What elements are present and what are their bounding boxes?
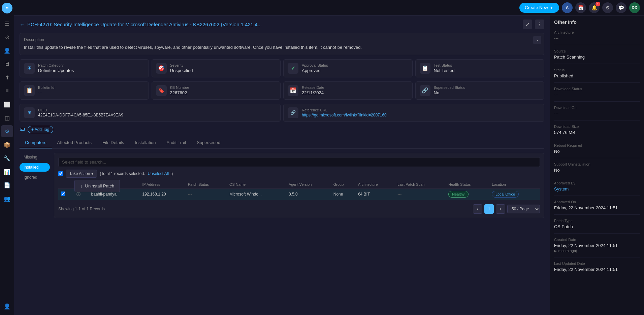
row-checkbox[interactable]	[61, 191, 65, 196]
right-approved-on: Approved On Friday, 22 November 2024 11:…	[554, 200, 640, 215]
sidebar: M ☰ ⊙ 👤 🖥 ⬆ ≡ ⬜ ◫ ⚙ 📦 🔧 📊 📄 👥 👤	[0, 0, 14, 315]
sidebar-layers-icon[interactable]: ◫	[1, 112, 13, 124]
next-page-button[interactable]: ›	[496, 204, 505, 214]
col-scan: Last Patch Scan	[395, 180, 446, 189]
col-arch: Architecture	[355, 180, 395, 189]
kb-number-icon: 🔖	[156, 85, 167, 96]
support-icon[interactable]: 💬	[616, 2, 626, 13]
back-arrow-icon[interactable]: ←	[20, 22, 25, 27]
tab-installation[interactable]: Installation	[129, 137, 161, 148]
select-all-checkbox[interactable]	[58, 171, 63, 176]
col-group: Group	[331, 180, 355, 189]
gear-icon[interactable]: ⚙	[602, 2, 613, 13]
severity-label: Severity	[170, 63, 193, 67]
calendar-icon[interactable]: 📅	[575, 2, 586, 13]
tag-icon: 🏷	[20, 127, 25, 133]
tabs-content: Missing Installed Ignored	[20, 153, 544, 218]
uuid-label: UUID	[38, 108, 123, 112]
row-scan: ---	[395, 188, 446, 200]
approval-status-card: ✔ Approval Status Approved	[283, 59, 413, 77]
tab-affected-products[interactable]: Affected Products	[52, 137, 97, 148]
sidebar-profile-icon[interactable]: 👤	[1, 300, 13, 312]
row-ip: 192.168.1.20	[140, 188, 185, 200]
sub-tab-missing[interactable]: Missing	[20, 153, 50, 162]
create-new-button[interactable]: Create New ＋	[519, 3, 559, 13]
uuid-value: 42E4E1DA-DDF7-4CA5-85E1-8B5B7E4A9EA9	[38, 113, 123, 117]
tab-file-details[interactable]: File Details	[97, 137, 129, 148]
col-os: OS Name	[227, 180, 286, 189]
action-bar-wrapper: Take Action ▾ ↓ Uninstall Patch	[58, 170, 540, 178]
bulletin-label: Bulletin Id	[38, 85, 54, 90]
unselect-all-link[interactable]: Unselect All	[148, 171, 169, 176]
download-on-value: ---	[554, 111, 640, 116]
avatar-a[interactable]: A	[562, 2, 573, 13]
release-date-card: 📅 Release Date 22/11/2024	[283, 81, 413, 100]
sidebar-doc-icon[interactable]: 📄	[1, 179, 13, 191]
approval-status-icon: ✔	[288, 63, 298, 74]
sidebar-home-icon[interactable]: ⊙	[1, 31, 13, 43]
selection-close: )	[171, 171, 173, 176]
table-section: Take Action ▾ ↓ Uninstall Patch	[54, 153, 544, 218]
row-os: Microsoft Windo...	[227, 188, 286, 200]
test-status-label: Test Status	[434, 63, 455, 67]
uninstall-patch-item[interactable]: ↓ Uninstall Patch	[75, 181, 120, 190]
right-approved-by: Approved By System	[554, 181, 640, 196]
uninstall-icon: ↓	[80, 183, 83, 188]
superseded-label: Superseded Status	[434, 85, 465, 90]
expand-icon[interactable]: ⤢	[523, 20, 532, 29]
avatar-dd[interactable]: DD	[629, 2, 640, 13]
take-action-button[interactable]: Take Action ▾	[66, 170, 97, 178]
sidebar-upload-icon[interactable]: ⬆	[1, 71, 13, 83]
table-row[interactable]: ⓘ baahil-pandya 192.168.1.20 --- Microso…	[58, 188, 540, 200]
notification-icon[interactable]: 🔔 1	[589, 2, 600, 13]
sub-tab-ignored[interactable]: Ignored	[20, 173, 50, 182]
create-new-label: Create New	[525, 5, 548, 10]
sidebar-list-icon[interactable]: ≡	[1, 85, 13, 97]
patch-category-value: Definition Updates	[38, 68, 74, 73]
reference-link[interactable]: https://go.microsoft.com/fwlink/?linkid=…	[302, 113, 387, 117]
page-title[interactable]: ← PCH-4270: Security Intelligence Update…	[20, 20, 544, 29]
right-last-updated: Last Updated Date Friday, 22 November 20…	[554, 261, 640, 276]
sidebar-monitor-icon[interactable]: 🖥	[1, 58, 13, 70]
row-group: None	[331, 188, 355, 200]
sidebar-people-icon[interactable]: 👥	[1, 193, 13, 205]
sidebar-users-icon[interactable]: 👤	[1, 44, 13, 57]
reference-value[interactable]: https://go.microsoft.com/fwlink/?linkid=…	[302, 113, 387, 117]
sidebar-menu-icon[interactable]: ☰	[1, 18, 13, 30]
uninstall-patch-label: Uninstall Patch	[85, 183, 115, 188]
sub-tab-installed[interactable]: Installed	[20, 163, 50, 172]
sidebar-package-icon[interactable]: 📦	[1, 139, 13, 151]
prev-page-button[interactable]: ‹	[473, 204, 482, 214]
tags-row: 🏷 + Add Tag	[20, 126, 544, 133]
per-page-select[interactable]: 50 / Page 25 / Page 100 / Page	[507, 205, 540, 213]
main-table-col: Take Action ▾ ↓ Uninstall Patch	[54, 153, 544, 218]
sidebar-settings-icon[interactable]: ⚙	[1, 125, 13, 137]
col-patch-status: Patch Status	[185, 180, 227, 189]
sidebar-desktop-icon[interactable]: ⬜	[1, 98, 13, 110]
right-patch-type: Patch Type OS Patch	[554, 219, 640, 234]
table-toolbar	[58, 157, 540, 167]
source-value: Patch Scanning	[554, 55, 640, 60]
bulletin-icon: 📋	[24, 85, 35, 96]
approved-by-value[interactable]: System	[554, 186, 640, 191]
download-status-label: Download Status	[554, 87, 640, 91]
search-input[interactable]	[58, 157, 540, 167]
description-section: Description Install this update to revis…	[20, 33, 544, 55]
kb-number-card: 🔖 KB Number 2267602	[152, 81, 281, 100]
expand-button[interactable]: ›	[533, 36, 541, 44]
tab-superseded[interactable]: Superseded	[191, 137, 226, 148]
sidebar-wrench-icon[interactable]: 🔧	[1, 152, 13, 164]
page-1-button[interactable]: 1	[484, 204, 494, 214]
tab-computers[interactable]: Computers	[20, 137, 52, 148]
sidebar-analytics-icon[interactable]: 📊	[1, 166, 13, 178]
tab-audit-trail[interactable]: Audit Trail	[161, 137, 191, 148]
pagination-info: Showing 1-1 of 1 Records	[58, 207, 105, 211]
test-status-value: Not Tested	[434, 68, 455, 73]
more-icon[interactable]: ⋮	[535, 20, 544, 29]
download-status-value: ---	[554, 92, 640, 97]
source-label: Source	[554, 49, 640, 53]
add-tag-button[interactable]: + Add Tag	[28, 126, 53, 133]
add-tag-label: + Add Tag	[31, 127, 50, 132]
plus-icon: ＋	[549, 5, 554, 11]
data-table: Computer Name IP Address Patch Status OS…	[58, 180, 540, 200]
